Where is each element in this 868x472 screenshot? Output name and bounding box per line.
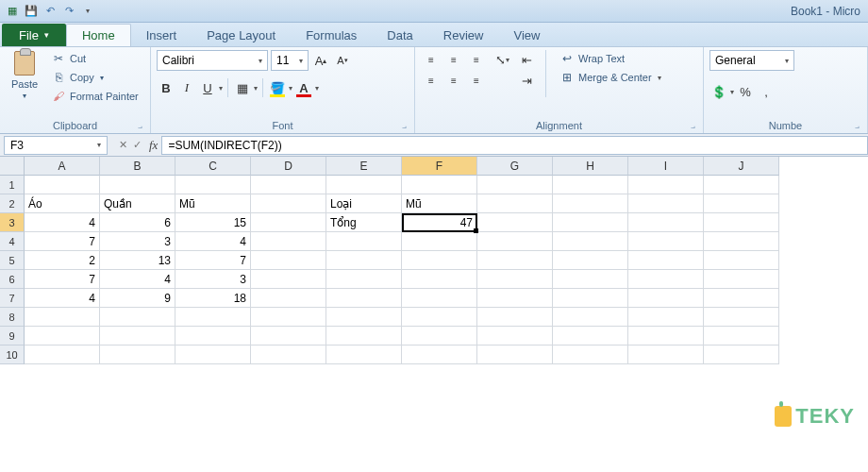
cell-A1[interactable] — [25, 176, 100, 194]
cancel-formula-icon[interactable]: ✕ — [119, 139, 127, 151]
cell-G5[interactable] — [477, 251, 553, 270]
row-header-4[interactable]: 4 — [0, 232, 25, 251]
tab-data[interactable]: Data — [372, 24, 427, 46]
cell-C1[interactable] — [175, 176, 251, 194]
cell-C10[interactable] — [175, 346, 251, 364]
cell-G8[interactable] — [477, 308, 553, 327]
align-right-button[interactable]: ≡ — [466, 71, 487, 90]
cell-B8[interactable] — [100, 308, 175, 327]
paste-button[interactable]: Paste ▾ — [6, 50, 43, 100]
format-painter-button[interactable]: 🖌Format Painter — [47, 88, 142, 105]
column-header-F[interactable]: F — [402, 157, 477, 176]
cell-G10[interactable] — [477, 346, 553, 364]
tab-file[interactable]: File — [2, 24, 66, 46]
accounting-format-button[interactable]: 💲 — [709, 82, 728, 101]
cell-D8[interactable] — [251, 308, 326, 327]
row-header-5[interactable]: 5 — [0, 251, 25, 270]
cell-G3[interactable] — [477, 213, 553, 232]
cell-C3[interactable]: 15 — [175, 213, 251, 232]
cell-J7[interactable] — [704, 289, 779, 308]
cell-G4[interactable] — [477, 232, 553, 251]
cell-I8[interactable] — [628, 308, 704, 327]
cell-E8[interactable] — [326, 308, 402, 327]
cell-D9[interactable] — [251, 327, 326, 346]
cell-C4[interactable]: 4 — [175, 232, 251, 251]
cell-H5[interactable] — [553, 251, 628, 270]
cell-F9[interactable] — [402, 327, 477, 346]
cell-A3[interactable]: 4 — [25, 213, 100, 232]
cell-B1[interactable] — [100, 176, 175, 194]
cell-I4[interactable] — [628, 232, 704, 251]
cell-B2[interactable]: Quần — [100, 194, 175, 213]
cell-I9[interactable] — [628, 327, 704, 346]
formula-input[interactable]: =SUM(INDIRECT(F2)) — [161, 136, 868, 155]
column-header-C[interactable]: C — [175, 157, 251, 176]
cell-B6[interactable]: 4 — [100, 270, 175, 289]
cell-J5[interactable] — [704, 251, 779, 270]
align-center-button[interactable]: ≡ — [443, 71, 464, 90]
row-header-1[interactable]: 1 — [0, 176, 25, 194]
column-header-E[interactable]: E — [326, 157, 402, 176]
comma-format-button[interactable]: , — [757, 82, 776, 101]
grow-font-button[interactable]: A▴ — [311, 51, 330, 70]
cell-F7[interactable] — [402, 289, 477, 308]
cell-J8[interactable] — [704, 308, 779, 327]
cell-D7[interactable] — [251, 289, 326, 308]
cell-D6[interactable] — [251, 270, 326, 289]
name-box[interactable]: F3▾ — [4, 136, 108, 155]
cell-H3[interactable] — [553, 213, 628, 232]
align-top-button[interactable]: ≡ — [421, 50, 442, 69]
cell-A5[interactable]: 2 — [25, 251, 100, 270]
number-format-select[interactable]: General▾ — [709, 50, 794, 71]
cell-I1[interactable] — [628, 176, 704, 194]
cell-I5[interactable] — [628, 251, 704, 270]
cell-H2[interactable] — [553, 194, 628, 213]
cell-C6[interactable]: 3 — [175, 270, 251, 289]
column-header-D[interactable]: D — [251, 157, 326, 176]
cell-J9[interactable] — [704, 327, 779, 346]
row-header-9[interactable]: 9 — [0, 327, 25, 346]
font-name-select[interactable]: Calibri▾ — [157, 50, 268, 71]
cell-F8[interactable] — [402, 308, 477, 327]
tab-insert[interactable]: Insert — [131, 24, 192, 46]
cell-D4[interactable] — [251, 232, 326, 251]
cell-H9[interactable] — [553, 327, 628, 346]
tab-page-layout[interactable]: Page Layout — [192, 24, 291, 46]
cell-G7[interactable] — [477, 289, 553, 308]
cell-J6[interactable] — [704, 270, 779, 289]
decrease-indent-button[interactable]: ⇤ — [517, 50, 536, 69]
bold-button[interactable]: B — [157, 78, 175, 97]
italic-button[interactable]: I — [177, 78, 196, 97]
fill-color-button[interactable]: 🪣 — [268, 78, 287, 97]
cell-D5[interactable] — [251, 251, 326, 270]
cell-J2[interactable] — [704, 194, 779, 213]
cell-J10[interactable] — [704, 346, 779, 364]
cell-E2[interactable]: Loại — [326, 194, 402, 213]
cell-D1[interactable] — [251, 176, 326, 194]
row-header-6[interactable]: 6 — [0, 270, 25, 289]
cell-H1[interactable] — [553, 176, 628, 194]
cell-G2[interactable] — [477, 194, 553, 213]
column-header-G[interactable]: G — [477, 157, 553, 176]
row-header-2[interactable]: 2 — [0, 194, 25, 213]
cell-E9[interactable] — [326, 327, 402, 346]
shrink-font-button[interactable]: A▾ — [333, 51, 352, 70]
cell-J4[interactable] — [704, 232, 779, 251]
select-all-corner[interactable] — [0, 157, 25, 176]
cell-H6[interactable] — [553, 270, 628, 289]
row-header-3[interactable]: 3 — [0, 213, 25, 232]
cell-G1[interactable] — [477, 176, 553, 194]
copy-button[interactable]: ⎘Copy▾ — [47, 69, 142, 86]
column-header-I[interactable]: I — [628, 157, 704, 176]
cell-I2[interactable] — [628, 194, 704, 213]
align-bottom-button[interactable]: ≡ — [466, 50, 487, 69]
tab-view[interactable]: View — [498, 24, 555, 46]
tab-review[interactable]: Review — [428, 24, 499, 46]
cell-E6[interactable] — [326, 270, 402, 289]
cell-H7[interactable] — [553, 289, 628, 308]
cell-A4[interactable]: 7 — [25, 232, 100, 251]
cell-B3[interactable]: 6 — [100, 213, 175, 232]
cell-G9[interactable] — [477, 327, 553, 346]
cell-G6[interactable] — [477, 270, 553, 289]
cell-D10[interactable] — [251, 346, 326, 364]
